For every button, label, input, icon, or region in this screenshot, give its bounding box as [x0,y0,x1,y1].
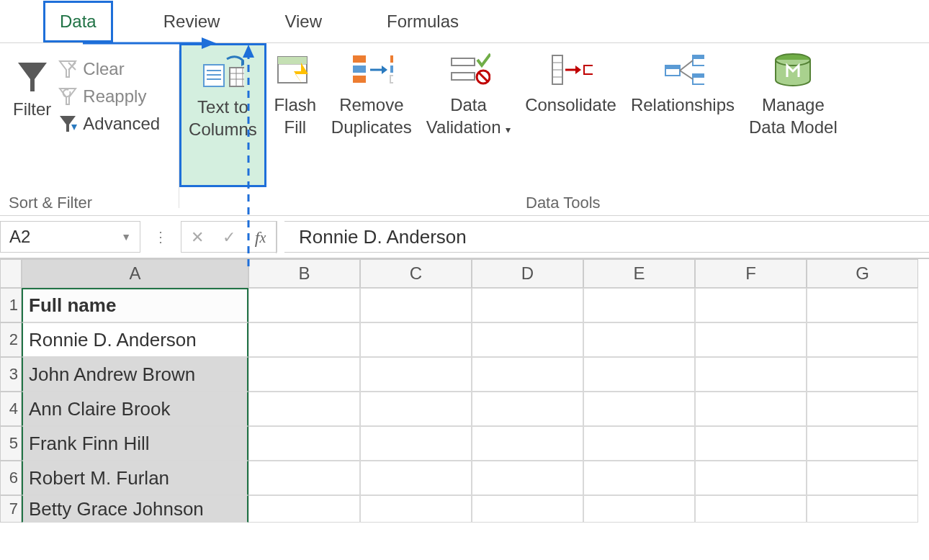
svg-rect-28 [390,55,393,63]
cell[interactable] [695,322,807,357]
chevron-down-icon: ▼ [121,231,131,243]
cell[interactable] [695,495,807,523]
column-header-B[interactable]: B [248,259,360,288]
reapply-filter-button[interactable]: Reapply [58,86,160,107]
column-header-E[interactable]: E [583,259,695,288]
cell[interactable] [248,461,360,495]
row-header[interactable]: 2 [0,322,22,357]
cell-A6[interactable]: Robert M. Furlan [22,461,248,495]
cell[interactable] [695,461,807,495]
svg-rect-14 [230,68,244,86]
formula-input[interactable]: Ronnie D. Anderson [284,221,929,253]
cell-A4[interactable]: Ann Claire Brook [22,392,248,426]
cell[interactable] [248,426,360,461]
row-header[interactable]: 6 [0,461,22,495]
cell[interactable] [583,322,695,357]
tab-formulas[interactable]: Formulas [372,3,473,40]
cell[interactable] [583,426,695,461]
column-header-F[interactable]: F [695,259,807,288]
cell[interactable] [583,461,695,495]
cell-A1[interactable]: Full name [22,288,248,322]
cell[interactable] [360,392,472,426]
cell-A2[interactable]: Ronnie D. Anderson [22,322,248,357]
column-headers: A B C D E F G [0,259,929,288]
column-header-C[interactable]: C [360,259,472,288]
cell[interactable] [248,392,360,426]
cell[interactable] [695,357,807,392]
cell[interactable] [360,461,472,495]
advanced-filter-button[interactable]: Advanced [58,114,160,134]
row-header[interactable]: 4 [0,392,22,426]
cell[interactable] [807,461,918,495]
enter-formula-button[interactable]: ✓ [213,222,245,253]
cell[interactable] [360,288,472,322]
cell[interactable] [248,495,360,523]
column-header-G[interactable]: G [807,259,918,288]
cell[interactable] [472,495,583,523]
cell[interactable] [360,357,472,392]
flash-fill-icon [274,53,317,87]
remove-duplicates-button[interactable]: Remove Duplicates [324,43,419,215]
manage-data-model-button[interactable]: Manage Data Model [742,43,845,215]
cell-A7[interactable]: Betty Grace Johnson [22,495,248,523]
clear-filter-button[interactable]: Clear [58,59,160,79]
column-header-D[interactable]: D [472,259,583,288]
row-header[interactable]: 7 [0,495,22,523]
cell[interactable] [807,392,918,426]
cell[interactable] [807,322,918,357]
cell[interactable] [807,288,918,322]
cell[interactable] [807,426,918,461]
cell[interactable] [583,288,695,322]
text-to-columns-button[interactable]: Text to Columns [179,43,266,187]
relationships-button[interactable]: Relationships [624,43,742,215]
insert-function-button[interactable]: fx [245,222,277,253]
svg-rect-41 [584,66,593,74]
more-button[interactable]: ⋮ [148,221,174,253]
row-header[interactable]: 1 [0,288,22,322]
relationships-icon [661,53,704,87]
cell[interactable] [807,357,918,392]
cell[interactable] [248,322,360,357]
cell[interactable] [583,357,695,392]
cell[interactable] [472,426,583,461]
column-header-A[interactable]: A [22,259,248,288]
cell[interactable] [360,426,472,461]
cell[interactable] [583,495,695,523]
cell[interactable] [248,288,360,322]
row-header[interactable]: 3 [0,357,22,392]
cell[interactable] [472,392,583,426]
cancel-formula-button[interactable]: ✕ [181,222,213,253]
consolidate-button[interactable]: Consolidate [518,43,624,215]
cell[interactable] [695,426,807,461]
tab-data[interactable]: Data [43,1,113,42]
spreadsheet-grid: A B C D E F G 1 Full name 2 Ronnie D. An… [0,259,929,523]
cell-A3[interactable]: John Andrew Brown [22,357,248,392]
cell[interactable] [472,288,583,322]
funnel-clear-icon [58,60,77,78]
filter-button[interactable]: Filter [13,59,51,119]
cell[interactable] [472,322,583,357]
text-to-columns-icon [201,55,244,89]
ribbon: Filter Clear Reapply Advanced Sort & Fil… [0,43,929,216]
tab-view[interactable]: View [270,3,336,40]
data-validation-button[interactable]: Data Validation ▾ [419,43,518,215]
cell[interactable] [248,357,360,392]
cell[interactable] [360,495,472,523]
name-box[interactable]: A2 ▼ [0,221,140,253]
cell[interactable] [583,392,695,426]
row-header[interactable]: 5 [0,426,22,461]
cell[interactable] [472,357,583,392]
cell[interactable] [472,461,583,495]
svg-rect-24 [353,66,366,73]
row-3: 3 John Andrew Brown [0,357,929,392]
cell[interactable] [695,288,807,322]
svg-marker-3 [60,61,76,77]
tab-review[interactable]: Review [149,3,235,40]
cell[interactable] [807,495,918,523]
cell[interactable] [695,392,807,426]
flash-fill-button[interactable]: Flash Fill [266,43,324,215]
cell-A5[interactable]: Frank Finn Hill [22,426,248,461]
svg-rect-31 [452,58,475,66]
cell[interactable] [360,322,472,357]
select-all-corner[interactable] [0,259,22,288]
